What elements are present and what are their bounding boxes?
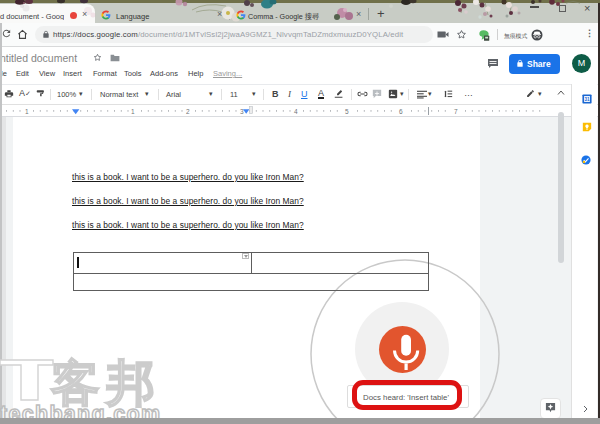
svg-text:1: 1 <box>25 108 29 115</box>
svg-text:3: 3 <box>240 108 244 115</box>
svg-text:2: 2 <box>186 108 190 115</box>
svg-text:4: 4 <box>294 108 298 115</box>
svg-text:7: 7 <box>454 108 458 115</box>
svg-text:5: 5 <box>345 108 349 115</box>
svg-text:31: 31 <box>584 97 590 102</box>
svg-text:1: 1 <box>131 108 135 115</box>
svg-text:6: 6 <box>399 108 403 115</box>
